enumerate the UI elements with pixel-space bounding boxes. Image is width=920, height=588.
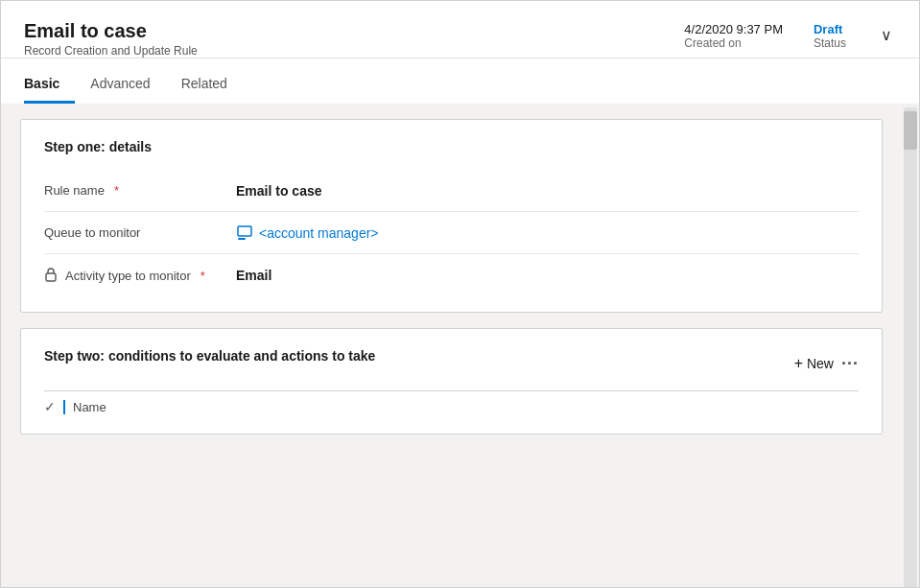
step-two-title: Step two: conditions to evaluate and act…: [44, 348, 375, 364]
header-status-meta: Draft Status: [814, 22, 846, 50]
rule-name-required: *: [114, 183, 119, 198]
queue-monitor-row: Queue to monitor <account manager>: [44, 212, 859, 254]
step-one-card: Step one: details Rule name * Email to c…: [20, 119, 883, 313]
page-header: Email to case Record Creation and Update…: [1, 1, 919, 59]
rule-name-row: Rule name * Email to case: [44, 170, 859, 212]
rule-name-label: Rule name: [44, 183, 105, 198]
scrollbar-track[interactable]: [904, 107, 917, 587]
check-icon: ✓: [44, 399, 56, 414]
step-two-card: Step two: conditions to evaluate and act…: [20, 328, 883, 435]
header-chevron-button[interactable]: ∨: [877, 22, 896, 48]
header-date-label: Created on: [684, 36, 741, 50]
scrollbar-thumb[interactable]: [904, 111, 917, 150]
activity-type-label: Activity type to monitor: [65, 269, 191, 283]
activity-type-value[interactable]: Email: [236, 268, 859, 283]
activity-type-required: *: [201, 269, 205, 283]
tab-basic[interactable]: Basic: [24, 68, 75, 104]
header-date-meta: 4/2/2020 9:37 PM Created on: [684, 22, 783, 50]
scrollbar-track-area: [902, 104, 919, 587]
svg-rect-1: [238, 238, 246, 240]
plus-icon: +: [794, 355, 803, 372]
main-content: Step one: details Rule name * Email to c…: [1, 104, 919, 587]
more-options-button[interactable]: ···: [841, 355, 859, 372]
page-subtitle: Record Creation and Update Rule: [24, 44, 198, 58]
step-two-header: Step two: conditions to evaluate and act…: [44, 348, 859, 379]
rule-name-value[interactable]: Email to case: [236, 183, 859, 199]
page-title: Email to case: [24, 18, 198, 43]
tab-related[interactable]: Related: [177, 68, 243, 104]
svg-rect-0: [238, 226, 251, 236]
svg-rect-2: [46, 273, 56, 281]
activity-type-label-col: Activity type to monitor *: [44, 267, 236, 285]
queue-monitor-link[interactable]: <account manager>: [236, 224, 379, 242]
new-button[interactable]: + New: [794, 355, 834, 372]
lock-icon: [44, 267, 58, 285]
queue-monitor-value: <account manager>: [259, 225, 379, 241]
header-right: 4/2/2020 9:37 PM Created on Draft Status…: [684, 18, 896, 50]
main-area: Step one: details Rule name * Email to c…: [1, 104, 902, 587]
step-two-actions: + New ···: [794, 355, 859, 372]
queue-monitor-label-col: Queue to monitor: [44, 225, 236, 240]
rule-name-label-col: Rule name *: [44, 183, 236, 198]
tab-bar: Basic Advanced Related: [1, 68, 919, 104]
step-one-title: Step one: details: [44, 139, 859, 154]
activity-type-row: Activity type to monitor * Email: [44, 254, 859, 296]
header-date-value: 4/2/2020 9:37 PM: [684, 22, 783, 36]
header-left: Email to case Record Creation and Update…: [24, 18, 198, 58]
table-header-row: ✓ Name: [44, 390, 859, 418]
table-column-name: Name: [63, 400, 106, 414]
new-button-label: New: [807, 356, 834, 371]
header-status-label: Status: [814, 36, 846, 50]
tab-advanced[interactable]: Advanced: [86, 68, 165, 104]
queue-monitor-label: Queue to monitor: [44, 225, 140, 240]
queue-icon: [236, 224, 253, 242]
header-status-value: Draft: [814, 22, 842, 36]
